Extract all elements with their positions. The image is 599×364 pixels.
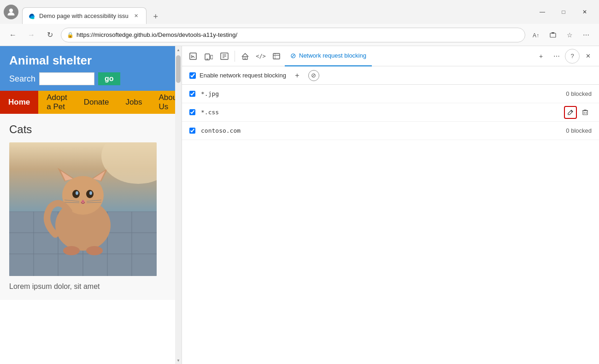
rule-contoso-checkbox[interactable] <box>189 128 195 134</box>
toolbar-separator <box>235 51 235 62</box>
new-tab-button[interactable]: + <box>148 9 163 24</box>
help-button[interactable]: ? <box>565 49 580 64</box>
minimize-button[interactable]: — <box>532 4 553 20</box>
svg-rect-34 <box>211 55 213 59</box>
svg-point-29 <box>63 246 80 255</box>
main-layout: Animal shelter Search go Home Adopt a Pe… <box>0 46 599 364</box>
active-tab[interactable]: Demo page with accessibility issu ✕ <box>22 7 147 24</box>
read-aloud-button[interactable]: A↑ <box>529 28 544 42</box>
block-list: *.jpg 0 blocked *.css <box>182 85 599 364</box>
delete-css-rule-button[interactable] <box>579 106 592 119</box>
tab-label: Network request blocking <box>299 52 366 59</box>
browser-window: Demo page with accessibility issu ✕ + — … <box>0 0 599 364</box>
more-options-button[interactable]: ⋯ <box>549 49 564 64</box>
svg-rect-42 <box>273 53 280 59</box>
block-rule-jpg: *.jpg 0 blocked <box>182 85 599 103</box>
rule-contoso-pattern: contoso.com <box>201 127 560 134</box>
nav-item-donate[interactable]: Donate <box>76 91 117 114</box>
nav-item-jobs[interactable]: Jobs <box>117 91 151 114</box>
lorem-text: Lorem ipsum dolor, sit amet <box>9 282 172 291</box>
forward-button[interactable]: → <box>24 28 39 42</box>
scroll-down-arrow[interactable]: ▼ <box>175 357 182 364</box>
refresh-button[interactable]: ↻ <box>42 28 57 42</box>
menu-button[interactable]: ⋯ <box>579 28 593 42</box>
user-avatar <box>4 5 18 19</box>
tab-strip: Demo page with accessibility issu ✕ + <box>22 0 528 24</box>
rule-css-checkbox[interactable] <box>189 109 195 115</box>
enable-blocking-text: Enable network request blocking <box>200 72 286 79</box>
nav-item-home[interactable]: Home <box>0 91 38 114</box>
address-bar: ← → ↻ 🔒 https://microsoftedge.github.io/… <box>0 24 599 46</box>
lock-icon: 🔒 <box>67 32 74 38</box>
css-rule-actions <box>564 106 592 119</box>
svg-text:A↑: A↑ <box>533 32 539 39</box>
toolbar-icons: A↑ ☆ ⋯ <box>529 28 593 42</box>
favorites-button[interactable]: ☆ <box>562 28 577 42</box>
sources-panel-button[interactable]: </> <box>253 49 268 64</box>
blocked-icon: ⊘ <box>290 52 296 60</box>
accessibility-tree-button[interactable] <box>217 49 232 64</box>
svg-point-30 <box>86 246 103 255</box>
enable-blocking-label[interactable]: Enable network request blocking <box>189 72 286 79</box>
network-panel-button[interactable] <box>269 49 284 64</box>
svg-rect-46 <box>583 111 587 115</box>
rule-jpg-pattern: *.jpg <box>201 90 560 97</box>
svg-point-0 <box>9 9 13 12</box>
title-bar: Demo page with accessibility issu ✕ + — … <box>0 0 599 24</box>
scrollbar[interactable]: ▲ ▼ <box>175 46 182 364</box>
webpage-panel: Animal shelter Search go Home Adopt a Pe… <box>0 46 182 364</box>
rule-css-pattern: *.css <box>201 109 558 116</box>
tab-title: Demo page with accessibility issu <box>39 12 129 19</box>
nrb-header: Enable network request blocking + ⊘ <box>182 66 599 85</box>
url-text: https://microsoftedge.github.io/Demos/de… <box>76 31 519 38</box>
svg-point-31 <box>101 142 157 184</box>
close-devtools-button[interactable]: ✕ <box>581 49 595 64</box>
page-content: Cats <box>0 114 182 300</box>
cat-image <box>9 142 157 276</box>
edge-logo-icon <box>28 12 35 20</box>
close-window-button[interactable]: ✕ <box>574 4 595 20</box>
edit-css-rule-button[interactable] <box>564 106 577 119</box>
bg-blob <box>65 142 157 216</box>
rule-jpg-count: 0 blocked <box>566 90 592 97</box>
inspect-element-button[interactable] <box>186 49 200 64</box>
close-tab-button[interactable]: ✕ <box>132 12 141 20</box>
add-rule-button[interactable]: + <box>292 70 303 81</box>
nav-menu: Home Adopt a Pet Donate Jobs About Us <box>0 91 182 114</box>
site-title: Animal shelter <box>9 53 172 68</box>
scroll-thumb[interactable] <box>176 55 181 83</box>
go-button[interactable]: go <box>98 72 120 85</box>
cats-heading: Cats <box>9 123 172 136</box>
nav-item-adopt[interactable]: Adopt a Pet <box>38 91 75 114</box>
scroll-up-arrow[interactable]: ▲ <box>175 46 182 53</box>
rule-contoso-count: 0 blocked <box>566 127 592 134</box>
search-input[interactable] <box>39 72 94 85</box>
back-button[interactable]: ← <box>6 28 20 42</box>
url-bar[interactable]: 🔒 https://microsoftedge.github.io/Demos/… <box>61 28 525 42</box>
add-panel-button[interactable]: + <box>534 49 548 64</box>
svg-rect-3 <box>550 33 556 37</box>
block-rule-css: *.css <box>182 103 599 122</box>
rule-jpg-checkbox[interactable] <box>189 91 195 97</box>
device-emulation-button[interactable] <box>201 49 216 64</box>
devtools-panel: </> ⊘ Network request blocking + ⋯ ? ✕ <box>182 46 599 364</box>
maximize-button[interactable]: □ <box>553 4 574 20</box>
devtools-toolbar: </> ⊘ Network request blocking + ⋯ ? ✕ <box>182 46 599 66</box>
search-label: Search <box>9 74 35 84</box>
site-header: Animal shelter Search go <box>0 46 182 91</box>
window-controls: — □ ✕ <box>532 4 595 20</box>
enable-blocking-checkbox[interactable] <box>189 72 196 79</box>
home-panel-button[interactable] <box>238 49 253 64</box>
svg-rect-41 <box>244 58 246 59</box>
screenshot-button[interactable] <box>546 28 560 42</box>
network-request-blocking-tab[interactable]: ⊘ Network request blocking <box>285 46 372 66</box>
search-row: Search go <box>9 72 172 85</box>
clear-rules-button[interactable]: ⊘ <box>308 70 319 81</box>
block-rule-contoso: contoso.com 0 blocked <box>182 122 599 140</box>
svg-rect-4 <box>552 32 554 34</box>
